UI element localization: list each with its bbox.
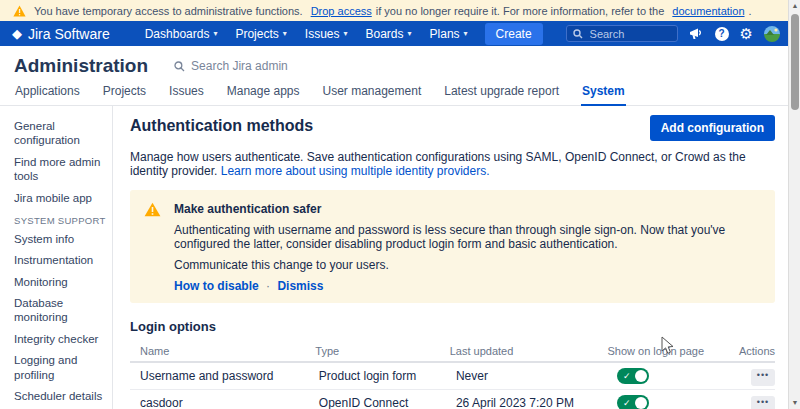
- nav-menu-label: Plans: [430, 27, 460, 41]
- documentation-link[interactable]: documentation: [672, 5, 744, 17]
- sidebar-item-jira-mobile-app[interactable]: Jira mobile app: [14, 191, 108, 205]
- warning-icon: [144, 202, 161, 217]
- navbar-search[interactable]: [566, 25, 678, 42]
- banner-text-mid: if you no longer require it. For more in…: [376, 5, 665, 17]
- sidebar-item-system-info[interactable]: System info: [14, 232, 108, 246]
- nav-menu-boards[interactable]: Boards▾: [357, 24, 421, 44]
- admin-sidebar: General configurationFind more admin too…: [0, 106, 113, 409]
- section-heading: Authentication methods: [130, 117, 313, 135]
- search-icon: [174, 61, 185, 72]
- section-description: Manage how users authenticate. Save auth…: [130, 150, 775, 178]
- drop-access-link[interactable]: Drop access: [311, 5, 372, 17]
- warning-line1: Authenticating with username and passwor…: [174, 223, 761, 251]
- tab-latest-upgrade-report[interactable]: Latest upgrade report: [443, 82, 560, 105]
- tab-projects[interactable]: Projects: [102, 82, 147, 105]
- nav-menu-label: Issues: [305, 27, 340, 41]
- chevron-down-icon: ▾: [464, 29, 468, 38]
- nav-menu-label: Boards: [366, 27, 404, 41]
- add-configuration-button[interactable]: Add configuration: [650, 115, 775, 141]
- admin-header: Administration Search Jira admin: [0, 46, 788, 82]
- table-row: Username and passwordProduct login formN…: [130, 363, 775, 390]
- megaphone-icon[interactable]: [689, 27, 704, 40]
- page-title: Administration: [14, 55, 148, 77]
- nav-menu-label: Dashboards: [145, 27, 210, 41]
- dismiss-link[interactable]: Dismiss: [277, 279, 323, 293]
- gear-icon[interactable]: ⚙: [740, 26, 753, 41]
- nav-menu-dashboards[interactable]: Dashboards▾: [136, 24, 227, 44]
- main-content: Authentication methods Add configuration…: [113, 106, 788, 409]
- sidebar-item-monitoring[interactable]: Monitoring: [14, 275, 108, 289]
- warning-line2: Communicate this change to your users.: [174, 258, 761, 272]
- sidebar-section-header: SYSTEM SUPPORT: [14, 215, 108, 226]
- col-name: Name: [140, 345, 315, 357]
- login-options-table: Name Type Last updated Show on login pag…: [130, 340, 775, 409]
- login-option-name: casdoor: [140, 396, 319, 409]
- warning-icon: [13, 5, 26, 17]
- actions-cell: •••: [751, 367, 775, 386]
- scrollbar-thumb[interactable]: [791, 14, 799, 110]
- temporary-access-banner: You have temporary access to administrat…: [0, 0, 788, 21]
- navbar-search-input[interactable]: [588, 27, 668, 41]
- show-on-login-toggle[interactable]: ✓: [617, 368, 649, 384]
- chevron-down-icon: ▾: [213, 29, 217, 38]
- col-last-updated: Last updated: [450, 345, 608, 357]
- admin-search-placeholder: Search Jira admin: [191, 59, 288, 73]
- nav-menus: Dashboards▾Projects▾Issues▾Boards▾Plans▾: [136, 24, 477, 44]
- user-avatar[interactable]: [764, 26, 780, 42]
- warning-links: How to disable · Dismiss: [174, 279, 761, 293]
- table-body: Username and passwordProduct login formN…: [130, 363, 775, 409]
- tab-issues[interactable]: Issues: [168, 82, 205, 105]
- brand-label: Jira Software: [28, 26, 110, 42]
- content-layout: General configurationFind more admin too…: [0, 106, 788, 409]
- identity-providers-link[interactable]: Learn more about using multiple identity…: [221, 164, 490, 178]
- toggle-knob: [635, 397, 647, 409]
- top-navbar: ◆ Jira Software Dashboards▾Projects▾Issu…: [0, 21, 788, 46]
- nav-menu-projects[interactable]: Projects▾: [226, 24, 295, 44]
- actions-cell: •••: [751, 394, 775, 409]
- login-option-type: OpenID Connect: [319, 396, 456, 409]
- tab-user-management[interactable]: User management: [322, 82, 423, 105]
- tab-manage-apps[interactable]: Manage apps: [226, 82, 301, 105]
- warning-title: Make authentication safer: [174, 202, 761, 216]
- sidebar-item-database-monitoring[interactable]: Database monitoring: [14, 296, 108, 325]
- sidebar-item-find-more-admin-tools[interactable]: Find more admin tools: [14, 155, 108, 184]
- login-option-last-updated: Never: [456, 369, 617, 383]
- tab-system[interactable]: System: [581, 82, 626, 106]
- help-icon[interactable]: ?: [715, 27, 729, 41]
- login-option-name: Username and password: [140, 369, 319, 383]
- row-actions-button[interactable]: •••: [751, 396, 775, 409]
- scroll-up-arrow[interactable]: ▲: [789, 0, 800, 12]
- show-on-login-toggle[interactable]: ✓: [617, 395, 649, 409]
- scroll-down-arrow[interactable]: ▼: [789, 397, 800, 409]
- admin-search[interactable]: Search Jira admin: [174, 59, 288, 73]
- login-options-heading: Login options: [130, 319, 775, 334]
- table-row: casdoorOpenID Connect26 April 2023 7:20 …: [130, 390, 775, 409]
- chevron-down-icon: ▾: [283, 29, 287, 38]
- nav-menu-issues[interactable]: Issues▾: [296, 24, 357, 44]
- admin-tabbar: ApplicationsProjectsIssuesManage appsUse…: [0, 82, 788, 106]
- check-icon: ✓: [623, 399, 631, 408]
- sidebar-item-general-configuration[interactable]: General configuration: [14, 119, 108, 148]
- sidebar-item-scheduler-details[interactable]: Scheduler details: [14, 389, 108, 403]
- login-option-last-updated: 26 April 2023 7:20 PM: [456, 396, 617, 409]
- link-separator: ·: [266, 279, 270, 293]
- jira-brand[interactable]: ◆ Jira Software: [12, 26, 110, 42]
- show-on-login-cell: ✓: [617, 368, 751, 385]
- col-actions: Actions: [739, 345, 775, 357]
- create-button[interactable]: Create: [485, 23, 543, 45]
- banner-period: .: [749, 5, 752, 17]
- sidebar-item-instrumentation[interactable]: Instrumentation: [14, 253, 108, 267]
- how-to-disable-link[interactable]: How to disable: [174, 279, 259, 293]
- tab-applications[interactable]: Applications: [14, 82, 81, 105]
- nav-menu-plans[interactable]: Plans▾: [421, 24, 477, 44]
- warning-body: Make authentication safer Authenticating…: [174, 201, 761, 293]
- chevron-down-icon: ▾: [408, 29, 412, 38]
- chevron-down-icon: ▾: [344, 29, 348, 38]
- toggle-knob: [635, 370, 647, 382]
- show-on-login-cell: ✓: [617, 395, 751, 409]
- sidebar-item-logging-and-profiling[interactable]: Logging and profiling: [14, 353, 108, 382]
- row-actions-button[interactable]: •••: [751, 369, 775, 386]
- sidebar-item-integrity-checker[interactable]: Integrity checker: [14, 332, 108, 346]
- table-header-row: Name Type Last updated Show on login pag…: [130, 340, 775, 363]
- vertical-scrollbar[interactable]: ▲ ▼: [788, 0, 800, 409]
